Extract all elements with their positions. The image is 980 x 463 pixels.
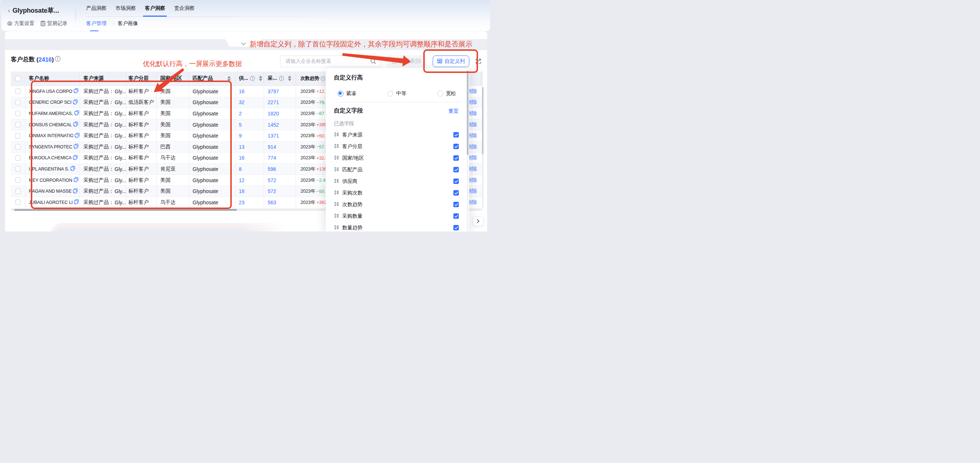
subtab-customer-profile[interactable]: 客户画像 [118,20,138,27]
trade-records-button[interactable]: 贸易记录 [41,21,67,27]
drag-handle-icon[interactable] [334,132,339,138]
tab-competitor-insight[interactable]: 竞企洞察 [175,3,195,13]
field-checkbox[interactable] [453,202,459,207]
drag-handle-icon[interactable] [334,167,339,173]
radio-icon[interactable] [387,91,393,96]
times-link[interactable]: 774 [268,155,276,161]
row-checkbox[interactable] [15,189,21,194]
field-checkbox[interactable] [453,155,459,161]
row-checkbox[interactable] [15,133,21,139]
horizontal-scrollbar-thumb[interactable] [14,209,237,211]
field-checkbox[interactable] [453,225,459,230]
drag-handle-icon[interactable] [334,213,339,219]
radio-icon[interactable] [338,91,344,96]
tab-market-insight[interactable]: 市场洞察 [116,3,136,13]
row-checkbox[interactable] [15,155,21,161]
delete-link[interactable]: 删除 [468,120,482,131]
times-link[interactable]: 563 [268,200,276,205]
header: Glyphosate草... 方案设置 贸易记录 产品洞察 市场洞察 客户洞察 … [2,0,490,31]
row-checkbox[interactable] [15,111,21,116]
suppliers-link[interactable]: 16 [239,155,245,161]
suppliers-link[interactable]: 18 [239,188,245,194]
field-checkbox[interactable] [453,190,459,196]
cell-suppliers: 12 [235,175,264,186]
field-checkbox[interactable] [453,179,459,184]
suppliers-link[interactable]: 32 [239,99,245,105]
info-icon[interactable] [279,76,284,81]
suppliers-link[interactable]: 13 [239,144,245,150]
batch-delete-button[interactable]: 批量删除 [387,56,427,67]
delete-link[interactable]: 删除 [468,164,482,175]
delete-link[interactable]: 删除 [468,97,482,109]
info-icon[interactable] [321,76,325,81]
times-link[interactable]: 1371 [268,133,279,139]
info-icon[interactable] [250,76,255,81]
row-checkbox[interactable] [15,177,21,183]
row-checkbox[interactable] [15,100,21,105]
info-icon[interactable] [55,56,60,62]
back-icon[interactable] [8,9,11,13]
subtab-customer-management[interactable]: 客户管理 [86,20,107,27]
radio-icon[interactable] [438,91,443,96]
delete-link[interactable]: 删除 [468,108,482,120]
search-icon[interactable] [370,58,376,64]
field-checkbox[interactable] [453,167,459,172]
drag-handle-icon[interactable] [334,190,339,196]
cell-times: 774 [264,153,296,164]
times-link[interactable]: 1820 [268,111,279,117]
popup-scrollbar-thumb[interactable] [467,71,469,155]
sort-times[interactable] [288,75,291,81]
suppliers-link[interactable]: 23 [239,200,245,205]
row-checkbox[interactable] [15,200,21,205]
delete-link[interactable]: 删除 [468,197,482,208]
tab-customer-insight[interactable]: 客户洞察 [145,3,165,13]
suppliers-link[interactable]: 9 [239,133,242,139]
plan-settings-button[interactable]: 方案设置 [7,21,35,27]
field-checkbox[interactable] [453,132,459,137]
chevron-down-icon[interactable] [241,42,246,45]
search-input[interactable]: 请输入企业名称搜索 [280,56,381,67]
delete-link[interactable]: 删除 [468,153,482,164]
row-checkbox[interactable] [15,122,21,127]
delete-link[interactable]: 删除 [468,175,482,186]
suppliers-link[interactable]: 8 [239,166,242,172]
drag-handle-icon[interactable] [334,179,339,184]
suppliers-link[interactable]: 5 [239,122,242,128]
suppliers-link[interactable]: 12 [239,177,245,183]
field-item: 客户分层 [334,141,462,152]
row-checkbox[interactable] [15,89,21,94]
reset-link[interactable]: 重置 [449,108,459,115]
field-label: 匹配产品 [342,166,454,173]
row-height-option[interactable]: 紧凑 [338,90,388,97]
row-height-option[interactable]: 宽松 [438,90,487,97]
drag-handle-icon[interactable] [334,225,339,231]
vertical-scrollbar-thumb[interactable] [482,87,484,154]
row-checkbox[interactable] [15,144,21,150]
times-link[interactable]: 572 [268,188,276,194]
drag-handle-icon[interactable] [334,155,339,161]
tab-product-insight[interactable]: 产品洞察 [86,3,107,13]
cell-times: 572 [264,175,296,186]
times-link[interactable]: 596 [268,166,276,172]
field-checkbox[interactable] [453,213,459,219]
delete-link[interactable]: 删除 [468,142,482,153]
select-all-checkbox[interactable] [15,76,21,81]
delete-link[interactable]: 删除 [468,130,482,142]
times-link[interactable]: 572 [268,177,276,183]
times-link[interactable]: 1452 [268,122,279,128]
trend-year: 2023年 [301,133,315,139]
drag-handle-icon[interactable] [334,144,339,150]
row-height-option[interactable]: 中等 [387,90,438,97]
drag-handle-icon[interactable] [334,202,339,208]
row-checkbox[interactable] [15,166,21,172]
sort-suppliers[interactable] [259,75,262,81]
times-link[interactable]: 2271 [268,99,279,105]
tabs-border [86,16,345,17]
field-checkbox[interactable] [453,144,459,149]
next-page-button[interactable] [472,216,484,227]
suppliers-link[interactable]: 2 [239,111,242,117]
delete-link[interactable]: 删除 [468,186,482,197]
times-link[interactable]: 914 [268,144,276,150]
suppliers-link[interactable]: 16 [239,89,245,94]
times-link[interactable]: 3797 [268,89,279,94]
